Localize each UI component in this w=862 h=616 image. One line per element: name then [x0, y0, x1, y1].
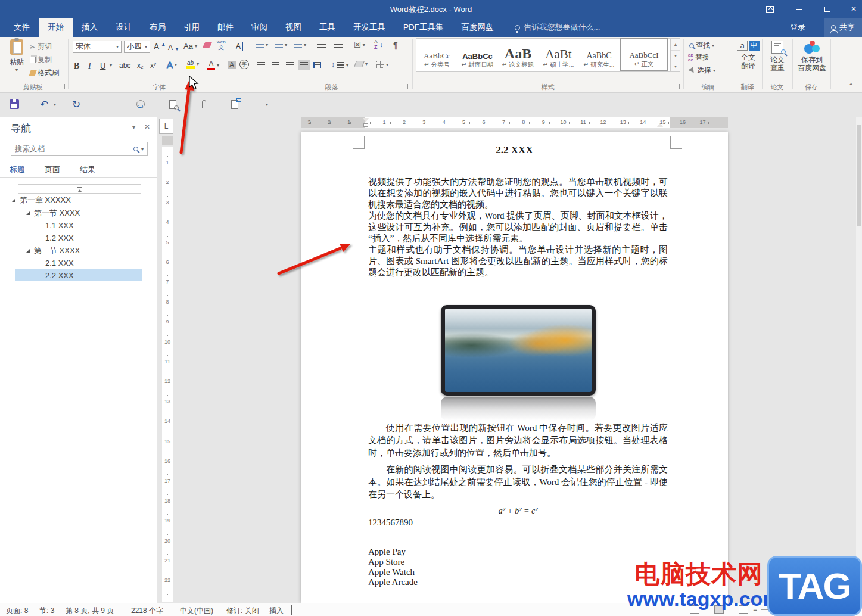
- align-center-button[interactable]: [272, 62, 279, 68]
- search-document-input[interactable]: 搜索文档 ▾: [11, 142, 148, 156]
- paper-check-button[interactable]: 论文 查重: [764, 41, 791, 72]
- style-normal-selected[interactable]: AaBbCcI↵ 正文: [620, 38, 668, 71]
- nav-tab-pages[interactable]: 页面: [35, 163, 70, 177]
- style-cover-date[interactable]: AaBbCc↵ 封面日期: [458, 39, 497, 71]
- enclose-characters-button[interactable]: 字: [239, 60, 249, 69]
- tab-baidu-netdisk[interactable]: 百度网盘: [453, 18, 503, 37]
- align-right-button[interactable]: [286, 62, 294, 68]
- italic-button[interactable]: I: [88, 61, 91, 71]
- decrease-indent-button[interactable]: [317, 42, 326, 48]
- collapse-ribbon-button[interactable]: ⌃: [848, 82, 854, 90]
- tab-layout[interactable]: 布局: [141, 18, 175, 37]
- jump-to-top-bar[interactable]: [18, 184, 141, 194]
- nav-heading-1-1[interactable]: 1.1 XXX: [45, 219, 74, 232]
- find-button[interactable]: 查找▾: [689, 41, 714, 51]
- status-language[interactable]: 中文(中国): [180, 606, 213, 616]
- left-indent-marker[interactable]: [363, 123, 368, 127]
- tab-pdf-tools[interactable]: PDF工具集: [394, 18, 453, 37]
- superscript-button[interactable]: x²: [150, 61, 156, 70]
- subscript-button[interactable]: x₂: [137, 61, 144, 70]
- tab-tools[interactable]: 工具: [310, 18, 344, 37]
- multilevel-list-button[interactable]: ▾: [294, 42, 306, 48]
- share-button[interactable]: 共享: [824, 18, 862, 37]
- tab-references[interactable]: 引用: [175, 18, 209, 37]
- undo-button[interactable]: ↶: [37, 98, 51, 111]
- sign-in-button[interactable]: 登录: [790, 18, 805, 37]
- status-word-count[interactable]: 2218 个字: [131, 606, 163, 616]
- distribute-button[interactable]: [313, 62, 321, 68]
- numbering-button[interactable]: ▾: [275, 42, 287, 48]
- tab-design[interactable]: 设计: [107, 18, 141, 37]
- full-translate-button[interactable]: a 中 全文 翻译: [735, 41, 761, 70]
- justify-button[interactable]: [298, 60, 310, 70]
- paragraph-dialog-launcher[interactable]: [403, 84, 408, 89]
- cut-button[interactable]: ✂剪切: [30, 42, 52, 52]
- change-case-button[interactable]: Aa▾: [183, 42, 197, 51]
- tab-stop-selector[interactable]: L: [159, 119, 173, 134]
- style-category-number[interactable]: AaBbCc↵ 分类号: [417, 39, 457, 71]
- format-painter-button[interactable]: 格式刷: [30, 68, 59, 78]
- underline-button[interactable]: U: [100, 61, 105, 70]
- maximize-button[interactable]: [819, 4, 836, 14]
- line-spacing-button[interactable]: ↕▾: [331, 61, 348, 69]
- tab-insert[interactable]: 插入: [73, 18, 107, 37]
- save-to-baidu-button[interactable]: 保存到 百度网盘: [795, 41, 829, 72]
- shading-button[interactable]: ▾: [355, 61, 368, 67]
- two-page-view-button[interactable]: [101, 98, 116, 111]
- first-line-indent-marker[interactable]: [363, 118, 369, 122]
- font-dialog-launcher[interactable]: [242, 84, 247, 89]
- document-page[interactable]: 2.2 XXX 视频提供了功能强大的方法帮助您证明您的观点。当您单击联机视频时，…: [301, 132, 728, 603]
- tab-home[interactable]: 开始: [39, 18, 73, 37]
- style-paper-title[interactable]: AaB↵ 论文标题: [498, 39, 538, 71]
- clipboard-dialog-launcher[interactable]: [60, 84, 65, 89]
- close-button[interactable]: ✕: [845, 4, 862, 14]
- bullets-button[interactable]: ▾: [256, 42, 268, 48]
- ribbon-display-options-button[interactable]: [761, 4, 779, 14]
- borders-button[interactable]: ▾: [376, 61, 388, 68]
- status-section[interactable]: 节: 3: [39, 606, 54, 616]
- underline-caret[interactable]: ▾: [110, 63, 112, 68]
- copy-button[interactable]: 复制: [30, 55, 52, 65]
- styles-scroll-down[interactable]: ▼: [671, 50, 680, 61]
- text-effects-button[interactable]: A▾: [167, 60, 177, 70]
- styles-gallery-more[interactable]: ▼: [671, 61, 680, 71]
- phonetic-guide-button[interactable]: wén文: [217, 39, 226, 50]
- replace-button[interactable]: abac替换: [688, 52, 709, 63]
- sort-button[interactable]: AZ ↓: [374, 39, 383, 50]
- status-page[interactable]: 页面: 8: [6, 606, 28, 616]
- scrollbar-thumb[interactable]: [857, 125, 861, 226]
- nav-tab-headings[interactable]: 标题: [0, 163, 35, 177]
- nav-tab-results[interactable]: 结果: [70, 163, 105, 177]
- ime-icon[interactable]: [291, 606, 292, 614]
- send-document-button[interactable]: [228, 98, 242, 111]
- style-graduate[interactable]: AaBbC↵ 研究生...: [579, 39, 619, 71]
- styles-scroll-up[interactable]: ▲: [671, 39, 680, 50]
- qat-customize-button[interactable]: ▾: [260, 98, 274, 111]
- save-button[interactable]: [7, 98, 21, 111]
- shrink-font-button[interactable]: A▼: [168, 43, 179, 52]
- hyperlink-button[interactable]: [133, 98, 148, 111]
- nav-heading-chapter1[interactable]: 第一章 XXXXX: [12, 194, 71, 206]
- show-marks-button[interactable]: ¶: [393, 41, 398, 50]
- font-color-button[interactable]: A ▾: [207, 60, 219, 70]
- tab-review[interactable]: 审阅: [242, 18, 276, 37]
- nav-heading-2-1[interactable]: 2.1 XXX: [45, 257, 74, 269]
- font-name-combo[interactable]: 宋体▾: [73, 41, 122, 53]
- highlight-color-button[interactable]: ab ▾: [186, 60, 199, 69]
- styles-dialog-launcher[interactable]: [674, 84, 680, 89]
- tell-me-box[interactable]: 告诉我您想要做什么...: [515, 18, 600, 37]
- navigation-options-caret[interactable]: ▾: [132, 124, 135, 130]
- paste-button[interactable]: 粘贴 ▾: [5, 39, 29, 73]
- asian-layout-button[interactable]: ☒▾: [354, 41, 365, 49]
- grow-font-button[interactable]: A▲: [154, 42, 166, 51]
- status-insert-mode[interactable]: 插入: [269, 606, 284, 616]
- tab-view[interactable]: 视图: [276, 18, 310, 37]
- undo-caret[interactable]: ▾: [51, 98, 58, 111]
- nav-heading-2-2-selected[interactable]: 2.2 XXX: [45, 269, 74, 282]
- print-preview-button[interactable]: [166, 98, 180, 111]
- increase-indent-button[interactable]: [334, 42, 343, 48]
- nav-heading-section2[interactable]: 第二节 XXXX: [26, 244, 80, 257]
- tab-developer[interactable]: 开发工具: [344, 18, 394, 37]
- redo-button[interactable]: ↻: [69, 98, 83, 111]
- align-left-button[interactable]: [257, 62, 265, 68]
